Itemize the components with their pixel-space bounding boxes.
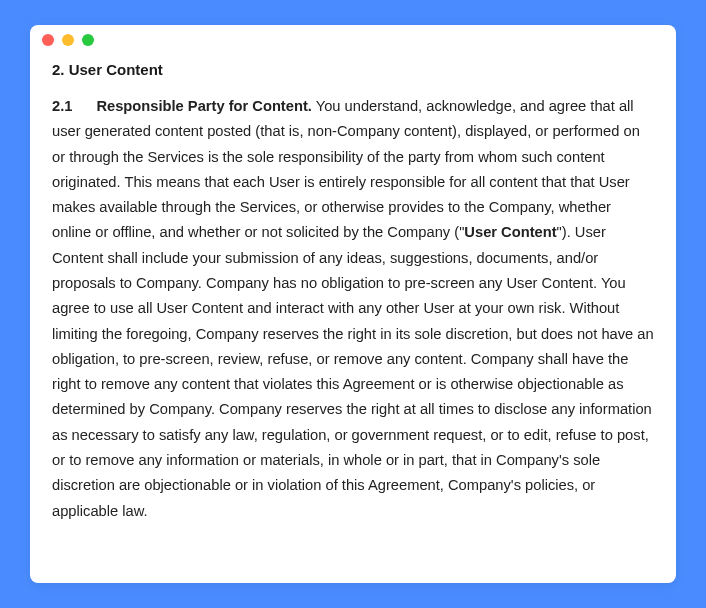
document-content: 2. User Content 2.1Responsible Party for… bbox=[30, 55, 676, 546]
clause-number: 2.1 bbox=[52, 98, 72, 114]
defined-term: User Content bbox=[464, 224, 556, 240]
section-number: 2. bbox=[52, 61, 65, 78]
clause-body-pre: You understand, acknowledge, and agree t… bbox=[52, 98, 640, 240]
maximize-icon[interactable] bbox=[82, 34, 94, 46]
close-icon[interactable] bbox=[42, 34, 54, 46]
clause-title: Responsible Party for Content. bbox=[96, 98, 311, 114]
section-title: User Content bbox=[69, 61, 163, 78]
window-titlebar bbox=[30, 25, 676, 55]
document-window: 2. User Content 2.1Responsible Party for… bbox=[30, 25, 676, 583]
clause-body-post: "). User Content shall include your subm… bbox=[52, 224, 654, 518]
clause-paragraph: 2.1Responsible Party for Content. You un… bbox=[52, 94, 654, 524]
section-heading: 2. User Content bbox=[52, 61, 654, 78]
minimize-icon[interactable] bbox=[62, 34, 74, 46]
